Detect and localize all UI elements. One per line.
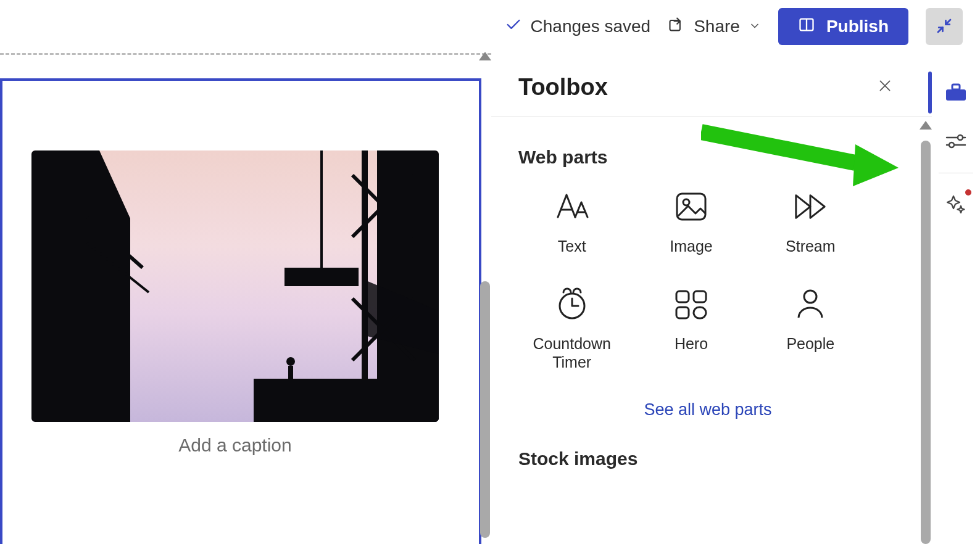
timer-icon bbox=[554, 286, 590, 322]
notification-dot-icon bbox=[965, 189, 971, 196]
rail-ai-button[interactable] bbox=[932, 179, 980, 229]
close-icon bbox=[877, 77, 893, 97]
svg-rect-26 bbox=[676, 291, 689, 302]
svg-rect-29 bbox=[694, 307, 706, 318]
web-parts-grid: Text Image bbox=[518, 189, 864, 371]
collapse-button[interactable] bbox=[926, 8, 963, 45]
rail-toolbox-button[interactable] bbox=[932, 68, 980, 117]
image-placeholder[interactable] bbox=[31, 150, 439, 422]
web-part-image[interactable]: Image bbox=[637, 189, 744, 255]
share-label: Share bbox=[694, 17, 740, 36]
web-part-label: Image bbox=[670, 237, 712, 255]
toolbox-icon bbox=[945, 82, 967, 104]
text-icon bbox=[554, 189, 590, 225]
svg-rect-21 bbox=[677, 194, 705, 220]
svg-point-22 bbox=[683, 199, 689, 205]
canvas-scroll-thumb[interactable] bbox=[480, 281, 490, 538]
svg-rect-14 bbox=[254, 385, 439, 422]
toolbox-header: Toolbox bbox=[491, 53, 932, 117]
canvas-scrollbar[interactable] bbox=[479, 52, 491, 541]
web-part-stream[interactable]: Stream bbox=[757, 189, 864, 255]
save-status-text: Changes saved bbox=[531, 17, 651, 36]
toolbox-panel: Toolbox Web parts Text bbox=[491, 53, 932, 544]
checkmark-icon bbox=[505, 16, 522, 38]
rail-divider bbox=[939, 173, 973, 173]
svg-rect-28 bbox=[676, 307, 689, 318]
image-caption-input[interactable]: Add a caption bbox=[31, 435, 439, 456]
layout-icon bbox=[798, 16, 815, 38]
share-icon bbox=[668, 16, 685, 38]
toolbox-close-button[interactable] bbox=[873, 75, 897, 100]
scroll-up-arrow-icon[interactable] bbox=[920, 121, 932, 130]
rail-settings-button[interactable] bbox=[932, 117, 980, 167]
svg-marker-24 bbox=[810, 196, 824, 218]
toolbox-scrollbar[interactable] bbox=[920, 117, 932, 544]
svg-point-36 bbox=[958, 135, 963, 140]
web-part-label: Stream bbox=[786, 237, 836, 255]
web-parts-heading: Web parts bbox=[518, 147, 897, 168]
publish-label: Publish bbox=[826, 17, 889, 36]
main-content: Add a caption Toolbox Web parts bbox=[0, 53, 980, 544]
stream-icon bbox=[792, 189, 828, 225]
web-part-label: Hero bbox=[675, 334, 708, 353]
web-part-text[interactable]: Text bbox=[518, 189, 625, 255]
web-part-countdown-timer[interactable]: Countdown Timer bbox=[518, 286, 625, 371]
svg-point-16 bbox=[286, 357, 295, 366]
share-button[interactable]: Share bbox=[668, 16, 761, 38]
svg-marker-3 bbox=[31, 150, 130, 422]
stock-images-heading: Stock images bbox=[518, 448, 897, 469]
web-part-label: People bbox=[786, 334, 834, 353]
scroll-up-arrow-icon[interactable] bbox=[479, 52, 491, 60]
image-web-part-selected[interactable]: Add a caption bbox=[0, 78, 481, 544]
see-all-web-parts-link[interactable]: See all web parts bbox=[518, 400, 897, 420]
svg-rect-33 bbox=[946, 89, 966, 101]
save-status: Changes saved bbox=[505, 16, 651, 38]
collapse-icon bbox=[935, 17, 953, 37]
chevron-down-icon bbox=[749, 17, 761, 36]
web-part-label: Text bbox=[558, 237, 586, 255]
toolbox-title: Toolbox bbox=[518, 74, 608, 101]
svg-rect-13 bbox=[284, 268, 359, 286]
people-icon bbox=[792, 286, 828, 322]
svg-rect-27 bbox=[694, 291, 706, 302]
sparkle-icon bbox=[946, 194, 966, 215]
svg-marker-23 bbox=[796, 196, 810, 218]
command-bar: Changes saved Share Publish bbox=[0, 0, 980, 53]
svg-rect-6 bbox=[377, 150, 439, 422]
toolbox-scroll-thumb[interactable] bbox=[921, 141, 931, 544]
image-icon bbox=[673, 189, 709, 225]
svg-rect-17 bbox=[288, 366, 293, 384]
publish-button[interactable]: Publish bbox=[778, 8, 908, 45]
svg-point-30 bbox=[804, 291, 816, 303]
web-part-hero[interactable]: Hero bbox=[637, 286, 744, 371]
web-part-label: Countdown Timer bbox=[518, 334, 625, 371]
toolbox-body: Web parts Text bbox=[491, 117, 932, 544]
web-part-people[interactable]: People bbox=[757, 286, 864, 371]
page-canvas: Add a caption bbox=[0, 53, 491, 544]
svg-point-38 bbox=[949, 142, 954, 147]
hero-icon bbox=[673, 286, 709, 322]
settings-icon bbox=[945, 132, 966, 152]
side-rail bbox=[932, 53, 980, 544]
svg-rect-34 bbox=[952, 84, 960, 89]
svg-rect-15 bbox=[254, 379, 377, 385]
